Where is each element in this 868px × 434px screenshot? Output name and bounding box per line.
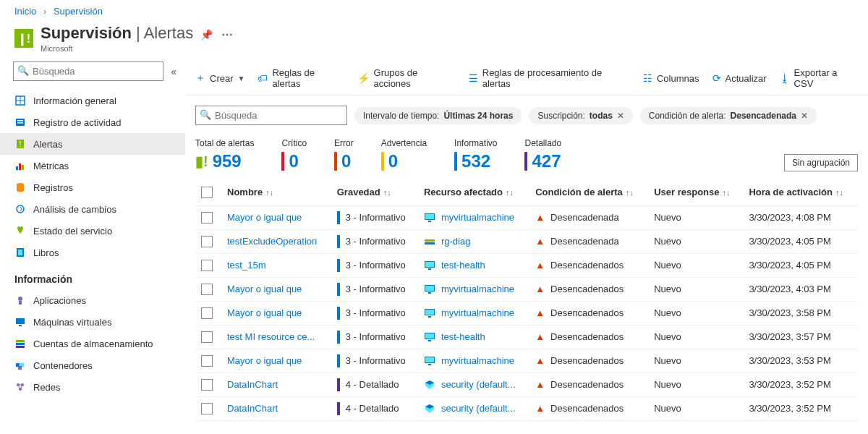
table-row[interactable]: testExcludeOperation3 - Informativorg-di… — [195, 229, 858, 253]
processing-rules-button[interactable]: ☰Reglas de procesamiento de alertas — [469, 67, 630, 89]
alert-resource[interactable]: test-health — [418, 253, 529, 277]
summary-verbose[interactable]: Detallado 427 — [524, 138, 561, 171]
sidebar-item-metrics[interactable]: Métricas — [0, 155, 185, 176]
table-search[interactable]: 🔍 — [195, 106, 347, 125]
alert-resource[interactable]: security (default... — [418, 396, 529, 420]
alert-name[interactable]: Mayor o igual que — [221, 205, 331, 229]
alert-resource[interactable]: myvirtualmachine — [418, 277, 529, 301]
alert-resource[interactable]: rg-diag — [418, 229, 529, 253]
sidebar-item-apps[interactable]: Aplicaciones — [0, 289, 185, 311]
severity-bar-icon — [381, 152, 384, 171]
alert-time: 3/30/2023, 4:03 PM — [743, 277, 858, 301]
summary-total[interactable]: Total de alertas ▮!959 — [195, 138, 254, 171]
columns-button[interactable]: ☷Columnas — [643, 72, 699, 84]
alert-resource[interactable]: security (default... — [418, 373, 529, 396]
alert-name[interactable]: Mayor o igual que — [221, 349, 331, 373]
sidebar-item-containers[interactable]: Contenedores — [0, 354, 185, 376]
row-checkbox[interactable] — [195, 253, 221, 277]
summary-critical[interactable]: Crítico 0 — [281, 138, 307, 171]
sidebar-item-health[interactable]: Estado del servicio — [0, 220, 185, 242]
row-checkbox[interactable] — [195, 301, 221, 325]
alert-name[interactable]: test MI resource ce... — [221, 325, 331, 349]
row-checkbox[interactable] — [195, 205, 221, 229]
table-row[interactable]: Mayor o igual que3 - Informativomyvirtua… — [195, 301, 858, 325]
svg-rect-36 — [425, 239, 435, 242]
table-row[interactable]: Mayor o igual que3 - Informativomyvirtua… — [195, 205, 858, 229]
more-icon[interactable]: ⋯ — [221, 28, 234, 41]
sidebar-item-overview[interactable]: Información general — [0, 90, 185, 111]
alert-name[interactable]: Mayor o igual que — [221, 301, 331, 325]
alert-time: 3/30/2023, 3:52 PM — [743, 396, 858, 420]
sidebar-item-logs[interactable]: Registros — [0, 176, 185, 198]
sort-icon: ↑↓ — [835, 188, 843, 197]
alert-name[interactable]: DataInChart — [221, 373, 331, 396]
activity-icon — [14, 116, 26, 128]
filter-time-range[interactable]: Intervalo de tiempo: Últimas 24 horas — [354, 107, 522, 124]
breadcrumb-home[interactable]: Inicio — [14, 6, 36, 17]
sidebar-search-input[interactable] — [13, 61, 163, 81]
sidebar-item-activity[interactable]: Registro de actividad — [0, 111, 185, 133]
row-checkbox[interactable] — [195, 349, 221, 373]
table-row[interactable]: Mayor o igual que3 - Informativomyvirtua… — [195, 349, 858, 373]
column-response[interactable]: User response↑↓ — [648, 179, 743, 205]
sidebar-item-vms[interactable]: Máquinas virtuales — [0, 311, 185, 333]
column-name[interactable]: Nombre↑↓ — [221, 179, 331, 205]
alert-name[interactable]: test_15m — [221, 253, 331, 277]
severity-bar-icon — [337, 283, 340, 296]
export-button[interactable]: ⭳Exportar a CSV — [780, 67, 858, 89]
collapse-sidebar-icon[interactable]: « — [168, 64, 179, 79]
sidebar-item-alerts[interactable]: !Alertas — [0, 133, 185, 155]
column-severity[interactable]: Gravedad↑↓ — [331, 179, 418, 205]
alert-resource[interactable]: myvirtualmachine — [418, 205, 529, 229]
row-checkbox[interactable] — [195, 396, 221, 420]
table-row[interactable]: test MI resource ce...3 - Informativotes… — [195, 325, 858, 349]
alert-resource[interactable]: myvirtualmachine — [418, 301, 529, 325]
row-checkbox[interactable] — [195, 229, 221, 253]
alert-name[interactable]: Mayor o igual que — [221, 277, 331, 301]
summary-error[interactable]: Error 0 — [334, 138, 354, 171]
table-row[interactable]: test_15m3 - Informativotest-health▲Desen… — [195, 253, 858, 277]
alert-condition: ▲Desencadenados — [529, 277, 648, 301]
table-row[interactable]: DataInChart4 - Detalladosecurity (defaul… — [195, 396, 858, 420]
sidebar-item-workbooks[interactable]: Libros — [0, 242, 185, 263]
summary-warning[interactable]: Advertencia 0 — [381, 138, 427, 171]
sidebar-item-changes[interactable]: Análisis de cambios — [0, 198, 185, 220]
alert-resource[interactable]: myvirtualmachine — [418, 349, 529, 373]
svg-rect-42 — [425, 286, 434, 291]
row-checkbox[interactable] — [195, 277, 221, 301]
column-time[interactable]: Hora de activación↑↓ — [743, 179, 858, 205]
create-button[interactable]: ＋Crear▼ — [195, 72, 244, 85]
alert-time: 3/30/2023, 4:08 PM — [743, 205, 858, 229]
sidebar-item-networks[interactable]: Redes — [0, 376, 185, 398]
refresh-button[interactable]: ⟳Actualizar — [712, 72, 767, 84]
summary-informational[interactable]: Informativo 532 — [454, 138, 497, 171]
alert-rules-button[interactable]: 🏷Reglas de alertas — [258, 67, 344, 89]
action-groups-button[interactable]: ⚡Grupos de acciones — [357, 67, 456, 89]
alert-resource[interactable]: test-health — [418, 325, 529, 349]
filter-alert-condition[interactable]: Condición de alerta: Desencadenada✕ — [640, 107, 817, 124]
row-checkbox[interactable] — [195, 373, 221, 396]
page-header: ❙! Supervisión | Alertas 📌 ⋯ Microsoft — [0, 20, 868, 61]
table-row[interactable]: Mayor o igual que3 - Informativomyvirtua… — [195, 277, 858, 301]
pin-icon[interactable]: 📌 — [200, 29, 213, 41]
filter-subscription[interactable]: Suscripción: todas✕ — [529, 107, 632, 124]
column-checkbox[interactable] — [195, 179, 221, 205]
row-checkbox[interactable] — [195, 325, 221, 349]
sidebar-item-storage[interactable]: Cuentas de almacenamiento — [0, 333, 185, 354]
column-resource[interactable]: Recurso afectado↑↓ — [418, 179, 529, 205]
table-search-input[interactable] — [195, 106, 347, 125]
table-row[interactable]: DataInChart4 - Detalladosecurity (defaul… — [195, 373, 858, 396]
alert-severity: 3 - Informativo — [331, 253, 418, 277]
alert-name[interactable]: testExcludeOperation — [221, 229, 331, 253]
close-icon[interactable]: ✕ — [617, 111, 624, 121]
column-condition[interactable]: Condición de alerta↑↓ — [529, 179, 648, 205]
alert-condition: ▲Desencadenados — [529, 396, 648, 420]
breadcrumb-current[interactable]: Supervisión — [54, 6, 103, 17]
alert-time: 3/30/2023, 3:52 PM — [743, 373, 858, 396]
apps-icon — [14, 294, 26, 306]
changes-icon — [14, 203, 26, 215]
alert-name[interactable]: DataInChart — [221, 396, 331, 420]
close-icon[interactable]: ✕ — [801, 111, 808, 121]
grouping-select[interactable]: Sin agrupación — [784, 154, 858, 171]
sidebar-search[interactable]: 🔍 — [13, 61, 163, 81]
